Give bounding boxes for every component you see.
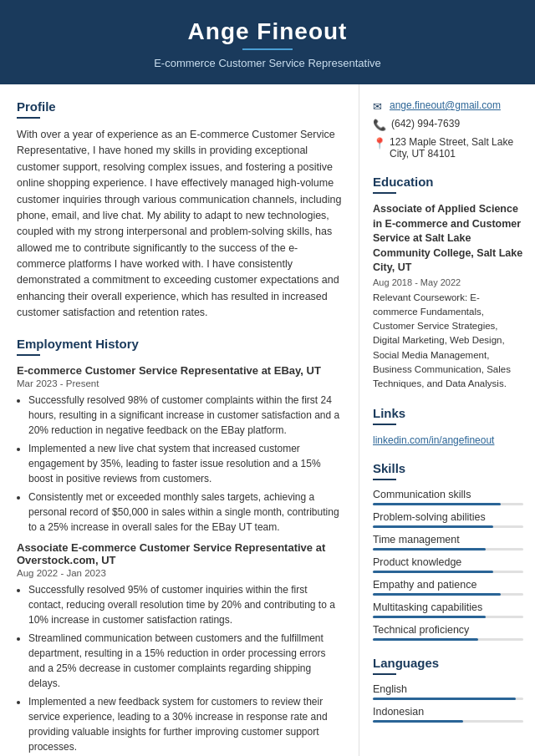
links-divider	[373, 424, 396, 425]
skill-bar-fill	[373, 571, 493, 573]
skill-bar-fill	[373, 548, 486, 551]
skill-bar-bg	[373, 638, 523, 641]
skill-name: Communication skills	[373, 489, 523, 500]
languages-list: English Indonesian	[373, 683, 523, 723]
phone-icon: 📞	[373, 119, 386, 131]
skill-item: Time management	[373, 534, 523, 551]
profile-text: With over a year of experience as an E-c…	[17, 127, 344, 322]
contact-phone: (642) 994-7639	[391, 118, 460, 129]
applicant-name: Ange Fineout	[17, 18, 518, 45]
contact-phone-row: 📞 (642) 994-7639	[373, 118, 523, 131]
body-container: Profile With over a year of experience a…	[0, 84, 535, 756]
skills-divider	[373, 479, 396, 480]
right-column: ✉ ange.fineout@gmail.com 📞 (642) 994-763…	[359, 84, 535, 756]
languages-section: Languages English Indonesian	[373, 656, 523, 723]
skill-bar-bg	[373, 548, 523, 551]
job-item: Associate E-commerce Customer Service Re…	[17, 541, 344, 754]
skill-bar-bg	[373, 616, 523, 618]
links-section: Links linkedin.com/in/angefineout	[373, 406, 523, 446]
language-bar-bg	[373, 698, 523, 700]
left-column: Profile With over a year of experience a…	[0, 84, 359, 756]
job-title-2: Associate E-commerce Customer Service Re…	[17, 541, 344, 566]
language-bar-fill	[373, 698, 516, 700]
education-heading: Education	[373, 175, 523, 189]
job-bullets-2: Successfully resolved 95% of customer in…	[17, 582, 344, 754]
contact-address-row: 📍 123 Maple Street, Salt Lake City, UT 8…	[373, 136, 523, 160]
skill-bar-bg	[373, 571, 523, 573]
skill-bar-bg	[373, 525, 523, 528]
skill-name: Problem-solving abilities	[373, 511, 523, 523]
profile-heading: Profile	[17, 99, 344, 114]
skills-list: Communication skills Problem-solving abi…	[373, 489, 523, 641]
skill-bar-fill	[373, 525, 493, 528]
profile-divider	[17, 117, 40, 119]
profile-section: Profile With over a year of experience a…	[17, 99, 344, 322]
skills-heading: Skills	[373, 461, 523, 475]
skill-item: Empathy and patience	[373, 579, 523, 596]
header-underline	[242, 48, 293, 50]
job-title-1: E-commerce Customer Service Representati…	[17, 364, 344, 377]
skill-item: Product knowledge	[373, 556, 523, 573]
email-icon: ✉	[373, 100, 385, 113]
skill-bar-bg	[373, 593, 523, 596]
employment-heading: Employment History	[17, 337, 344, 351]
contact-address: 123 Maple Street, Salt Lake City, UT 841…	[390, 136, 523, 160]
applicant-title: E-commerce Customer Service Representati…	[17, 57, 518, 69]
job-item: E-commerce Customer Service Representati…	[17, 364, 344, 535]
skill-name: Time management	[373, 534, 523, 545]
skill-item: Problem-solving abilities	[373, 511, 523, 528]
bullet-item: Implemented a new live chat system that …	[28, 441, 344, 486]
edu-courses: Relevant Coursework: E-commerce Fundamen…	[373, 291, 523, 392]
skill-name: Product knowledge	[373, 556, 523, 568]
education-divider	[373, 192, 396, 194]
skill-item: Technical proficiency	[373, 624, 523, 641]
skill-bar-fill	[373, 638, 478, 641]
language-name: Indonesian	[373, 706, 523, 718]
bullet-item: Successfully resolved 98% of customer co…	[28, 393, 344, 438]
language-item: English	[373, 683, 523, 700]
job-dates-2: Aug 2022 - Jan 2023	[17, 568, 344, 578]
language-bar-fill	[373, 720, 463, 723]
edu-degree: Associate of Applied Science in E-commer…	[373, 202, 523, 276]
languages-heading: Languages	[373, 656, 523, 670]
languages-divider	[373, 673, 396, 675]
job-dates-1: Mar 2023 - Present	[17, 378, 344, 388]
skill-item: Multitasking capabilities	[373, 601, 523, 618]
education-section: Education Associate of Applied Science i…	[373, 175, 523, 391]
skill-bar-fill	[373, 503, 501, 505]
skill-name: Multitasking capabilities	[373, 601, 523, 613]
contact-email[interactable]: ange.fineout@gmail.com	[390, 99, 501, 111]
skill-item: Communication skills	[373, 489, 523, 505]
language-name: English	[373, 683, 523, 695]
bullet-item: Implemented a new feedback system for cu…	[28, 694, 344, 754]
skills-section: Skills Communication skills Problem-solv…	[373, 461, 523, 641]
links-heading: Links	[373, 406, 523, 420]
skill-bar-fill	[373, 593, 501, 596]
skill-bar-bg	[373, 503, 523, 505]
bullet-item: Successfully resolved 95% of customer in…	[28, 582, 344, 627]
location-icon: 📍	[373, 137, 385, 150]
skill-name: Empathy and patience	[373, 579, 523, 591]
bullet-item: Consistently met or exceeded monthly sal…	[28, 490, 344, 535]
contact-section: ✉ ange.fineout@gmail.com 📞 (642) 994-763…	[373, 99, 523, 160]
contact-email-row: ✉ ange.fineout@gmail.com	[373, 99, 523, 113]
language-bar-bg	[373, 720, 523, 723]
employment-divider	[17, 354, 40, 356]
employment-section: Employment History E-commerce Customer S…	[17, 337, 344, 754]
job-bullets-1: Successfully resolved 98% of customer co…	[17, 393, 344, 535]
language-item: Indonesian	[373, 706, 523, 723]
linkedin-link[interactable]: linkedin.com/in/angefineout	[373, 434, 494, 446]
bullet-item: Streamlined communication between custom…	[28, 631, 344, 691]
resume-header: Ange Fineout E-commerce Customer Service…	[0, 0, 535, 84]
edu-dates: Aug 2018 - May 2022	[373, 277, 523, 287]
skill-name: Technical proficiency	[373, 624, 523, 636]
skill-bar-fill	[373, 616, 486, 618]
